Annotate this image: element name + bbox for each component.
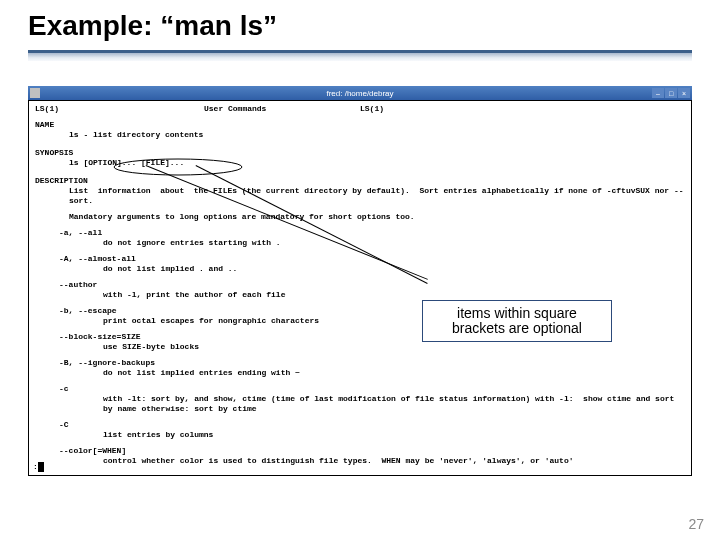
opt-desc: use SIZE-byte blocks bbox=[59, 342, 685, 352]
opt-desc: do not ignore entries starting with . bbox=[59, 238, 685, 248]
hdr-left: LS(1) bbox=[35, 104, 204, 114]
callout-box: items within square brackets are optiona… bbox=[422, 300, 612, 342]
opt-desc: do not list implied . and .. bbox=[59, 264, 685, 274]
heading-name: NAME bbox=[35, 120, 685, 130]
hdr-center: User Commands bbox=[204, 104, 360, 114]
maximize-button[interactable]: □ bbox=[665, 88, 677, 98]
hdr-right: LS(1) bbox=[360, 104, 516, 114]
option-6: -cwith -lt: sort by, and show, ctime (ti… bbox=[35, 384, 685, 414]
opt-desc: with -l, print the author of each file bbox=[59, 290, 685, 300]
close-button[interactable]: × bbox=[678, 88, 690, 98]
option-7: -Clist entries by columns bbox=[35, 420, 685, 440]
terminal-window: fred: /home/debray – □ × LS(1) User Comm… bbox=[28, 86, 692, 476]
pager-prompt: : bbox=[33, 462, 44, 472]
opt-tag: -c bbox=[59, 384, 685, 394]
terminal-body: LS(1) User Commands LS(1) NAME ls - list… bbox=[28, 100, 692, 476]
minimize-button[interactable]: – bbox=[652, 88, 664, 98]
name-line: ls - list directory contents bbox=[35, 130, 685, 140]
window-title: fred: /home/debray bbox=[326, 89, 393, 98]
callout-text: items within square brackets are optiona… bbox=[429, 306, 605, 337]
opt-tag: -B, --ignore-backups bbox=[59, 358, 685, 368]
window-title-bar[interactable]: fred: /home/debray – □ × bbox=[28, 86, 692, 100]
option-0: -a, --alldo not ignore entries starting … bbox=[35, 228, 685, 248]
manpage-header: LS(1) User Commands LS(1) bbox=[35, 104, 685, 114]
option-2: --authorwith -l, print the author of eac… bbox=[35, 280, 685, 300]
title-rule bbox=[28, 50, 692, 64]
page-number: 27 bbox=[688, 516, 704, 532]
desc-para2: Mandatory arguments to long options are … bbox=[35, 212, 685, 222]
opt-desc: with -lt: sort by, and show, ctime (time… bbox=[59, 394, 685, 414]
option-5: -B, --ignore-backupsdo not list implied … bbox=[35, 358, 685, 378]
heading-synopsis: SYNOPSIS bbox=[35, 148, 685, 158]
option-1: -A, --almost-alldo not list implied . an… bbox=[35, 254, 685, 274]
opt-desc: control whether color is used to disting… bbox=[59, 456, 685, 466]
heading-description: DESCRIPTION bbox=[35, 176, 685, 186]
opt-tag: --author bbox=[59, 280, 685, 290]
opt-tag: -a, --all bbox=[59, 228, 685, 238]
opt-tag: -C bbox=[59, 420, 685, 430]
window-controls: – □ × bbox=[652, 88, 690, 98]
window-icon bbox=[30, 88, 40, 98]
opt-desc: list entries by columns bbox=[59, 430, 685, 440]
slide-title: Example: “man ls” bbox=[0, 0, 720, 42]
section-name: NAME ls - list directory contents bbox=[35, 120, 685, 140]
section-synopsis: SYNOPSIS ls [OPTION]... [FILE]... bbox=[35, 148, 685, 168]
cursor-block-icon bbox=[38, 462, 44, 472]
opt-desc: do not list implied entries ending with … bbox=[59, 368, 685, 378]
desc-para1: List information about the FILEs (the cu… bbox=[35, 186, 685, 206]
option-8: --color[=WHEN]control whether color is u… bbox=[35, 446, 685, 466]
opt-tag: --color[=WHEN] bbox=[59, 446, 685, 456]
synopsis-line: ls [OPTION]... [FILE]... bbox=[35, 158, 685, 168]
section-description: DESCRIPTION List information about the F… bbox=[35, 176, 685, 222]
